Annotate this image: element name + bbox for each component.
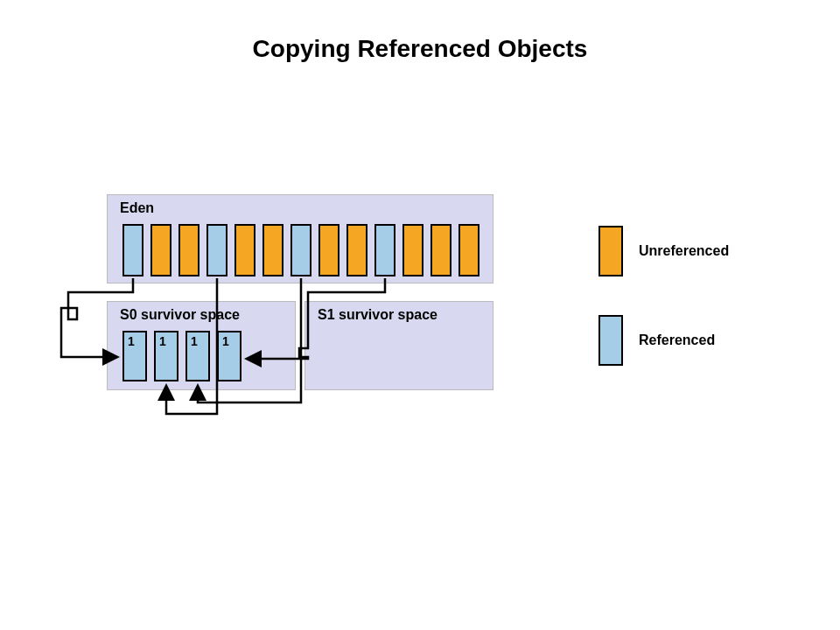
legend-referenced-swatch <box>598 315 623 366</box>
s1-label: S1 survivor space <box>318 307 438 323</box>
eden-block-1 <box>150 224 172 276</box>
eden-block-4 <box>234 224 256 276</box>
eden-block-0 <box>122 224 144 276</box>
s0-block-0: 1 <box>122 331 147 382</box>
legend-unreferenced-label: Unreferenced <box>639 243 729 259</box>
eden-block-7 <box>318 224 340 276</box>
s0-label: S0 survivor space <box>120 307 240 323</box>
s0-block-3-value: 1 <box>222 334 229 348</box>
eden-block-10 <box>402 224 424 276</box>
s0-block-2: 1 <box>186 331 210 382</box>
legend-referenced-label: Referenced <box>639 332 715 348</box>
eden-block-6 <box>290 224 312 276</box>
s0-block-1-value: 1 <box>159 334 166 348</box>
eden-label: Eden <box>120 200 154 216</box>
s0-block-3: 1 <box>217 331 242 382</box>
s1-panel: S1 survivor space <box>304 301 494 390</box>
eden-block-2 <box>178 224 200 276</box>
eden-block-9 <box>374 224 396 276</box>
eden-block-8 <box>346 224 368 276</box>
legend-unreferenced-swatch <box>598 226 623 276</box>
eden-block-12 <box>458 224 480 276</box>
s0-block-0-value: 1 <box>128 334 135 348</box>
diagram-title: Copying Referenced Objects <box>0 35 840 63</box>
eden-block-11 <box>430 224 452 276</box>
s0-block-2-value: 1 <box>191 334 198 348</box>
eden-block-5 <box>262 224 284 276</box>
s0-block-1: 1 <box>154 331 178 382</box>
eden-block-3 <box>206 224 228 276</box>
